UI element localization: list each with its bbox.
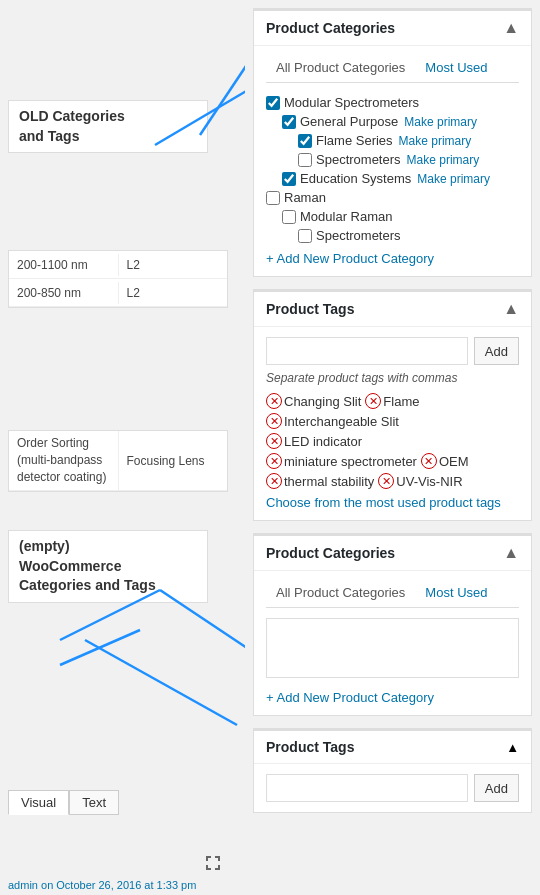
make-primary-education-systems[interactable]: Make primary <box>417 172 490 186</box>
table-cell: Order Sorting(multi-bandpassdetector coa… <box>9 431 119 489</box>
checkbox-raman[interactable] <box>266 191 280 205</box>
tags-add-button-1[interactable]: Add <box>474 337 519 365</box>
product-categories-widget-2: Product Categories ▲ All Product Categor… <box>253 533 532 716</box>
tag-remove-oem[interactable]: ✕ <box>421 453 437 469</box>
add-new-category-link-2[interactable]: + Add New Product Category <box>266 690 434 705</box>
category-tabs-2: All Product Categories Most Used <box>266 581 519 608</box>
make-primary-spectrometers-1[interactable]: Make primary <box>407 153 480 167</box>
tag-remove-uv-vis-nir[interactable]: ✕ <box>378 473 394 489</box>
checkbox-spectrometers-2[interactable] <box>298 229 312 243</box>
widget-body-tags-2: Add <box>254 764 531 812</box>
tag-remove-interchangeable-slit[interactable]: ✕ <box>266 413 282 429</box>
checkbox-general-purpose[interactable] <box>282 115 296 129</box>
table-cell: 200-850 nm <box>9 282 119 304</box>
tag-item: ✕ Interchangeable Slit <box>266 413 519 429</box>
checkbox-education-systems[interactable] <box>282 172 296 186</box>
tag-remove-led-indicator[interactable]: ✕ <box>266 433 282 449</box>
category-item-spectrometers-1: Spectrometers Make primary <box>266 150 519 169</box>
widget-title-categories-2: Product Categories <box>266 545 395 561</box>
tags-add-button-2[interactable]: Add <box>474 774 519 802</box>
right-panel: Product Categories ▲ All Product Categor… <box>245 0 540 895</box>
category-item-spectrometers-2: Spectrometers <box>266 226 519 245</box>
empty-woocommerce-label: (empty) WooCommerce Categories and Tags <box>8 530 208 603</box>
tag-remove-thermal-stability[interactable]: ✕ <box>266 473 282 489</box>
tags-input-field-2[interactable] <box>266 774 468 802</box>
table-cell: 200-1100 nm <box>9 254 119 276</box>
make-primary-general-purpose[interactable]: Make primary <box>404 115 477 129</box>
table-cell: Focusing Lens <box>119 450 228 472</box>
widget-header-categories-2[interactable]: Product Categories ▲ <box>254 536 531 571</box>
toggle-icon-categories-2[interactable]: ▲ <box>503 544 519 562</box>
widget-title-categories-1: Product Categories <box>266 20 395 36</box>
left-panel: OLD Categories and Tags 200-1100 nm L2 2… <box>0 0 240 895</box>
category-tabs-1: All Product Categories Most Used <box>266 56 519 83</box>
empty-category-box <box>266 618 519 678</box>
category-item-modular-raman: Modular Raman <box>266 207 519 226</box>
make-primary-flame-series[interactable]: Make primary <box>399 134 472 148</box>
add-new-category-link-1[interactable]: + Add New Product Category <box>266 251 434 266</box>
tags-input-field-1[interactable] <box>266 337 468 365</box>
product-tags-widget-2: Product Tags ▲ Add <box>253 728 532 813</box>
category-item-education-systems: Education Systems Make primary <box>266 169 519 188</box>
category-item-modular-spectrometers: Modular Spectrometers <box>266 93 519 112</box>
visual-tab[interactable]: Visual <box>8 790 69 815</box>
widget-body-categories-2: All Product Categories Most Used + Add N… <box>254 571 531 715</box>
table-row: Order Sorting(multi-bandpassdetector coa… <box>9 431 227 491</box>
tag-item: ✕ thermal stability <box>266 473 374 489</box>
toggle-icon-categories-1[interactable]: ▲ <box>503 19 519 37</box>
category-item-general-purpose: General Purpose Make primary <box>266 112 519 131</box>
tag-item: ✕ UV-Vis-NIR <box>378 473 462 489</box>
toggle-icon-tags-2[interactable]: ▲ <box>506 740 519 755</box>
text-tab[interactable]: Text <box>69 790 119 815</box>
widget-title-tags-1: Product Tags <box>266 301 354 317</box>
choose-tags-link-1[interactable]: Choose from the most used product tags <box>266 495 519 510</box>
tag-remove-flame[interactable]: ✕ <box>365 393 381 409</box>
tag-item: ✕ OEM <box>421 453 469 469</box>
tag-label: Changing Slit <box>284 394 361 409</box>
tags-hint-1: Separate product tags with commas <box>266 371 519 385</box>
tag-item: ✕ Flame <box>365 393 419 409</box>
widget-header-categories-1[interactable]: Product Categories ▲ <box>254 11 531 46</box>
checkbox-spectrometers-1[interactable] <box>298 153 312 167</box>
tag-item: ✕ LED indicator <box>266 433 519 449</box>
tag-remove-miniature-spectrometer[interactable]: ✕ <box>266 453 282 469</box>
tag-remove-changing-slit[interactable]: ✕ <box>266 393 282 409</box>
category-tree-1: Modular Spectrometers General Purpose Ma… <box>266 93 519 245</box>
category-item-raman: Raman <box>266 188 519 207</box>
table-cell: L2 <box>119 254 228 276</box>
product-tags-widget-1: Product Tags ▲ Add Separate product tags… <box>253 289 532 521</box>
tags-input-row-1: Add <box>266 337 519 365</box>
checkbox-modular-spectrometers[interactable] <box>266 96 280 110</box>
widget-header-tags-2[interactable]: Product Tags ▲ <box>254 731 531 764</box>
widget-body-categories-1: All Product Categories Most Used Modular… <box>254 46 531 276</box>
tag-label: miniature spectrometer <box>284 454 417 469</box>
old-categories-label: OLD Categories and Tags <box>8 100 208 153</box>
tab-all-categories-2[interactable]: All Product Categories <box>266 581 415 608</box>
table-row: 200-1100 nm L2 <box>9 251 227 279</box>
fullscreen-icon[interactable] <box>204 854 222 877</box>
widget-body-tags-1: Add Separate product tags with commas ✕ … <box>254 327 531 520</box>
table-cell: L2 <box>119 282 228 304</box>
toggle-icon-tags-1[interactable]: ▲ <box>503 300 519 318</box>
admin-bar: admin on October 26, 2016 at 1:33 pm <box>0 875 240 895</box>
category-item-flame-series: Flame Series Make primary <box>266 131 519 150</box>
tag-label: OEM <box>439 454 469 469</box>
checkbox-modular-raman[interactable] <box>282 210 296 224</box>
widget-title-tags-2: Product Tags <box>266 739 354 755</box>
tag-item: ✕ miniature spectrometer <box>266 453 417 469</box>
tags-list-1: ✕ Changing Slit ✕ Flame ✕ Interchangeabl… <box>266 393 519 489</box>
table-row: 200-850 nm L2 <box>9 279 227 307</box>
table-bottom: Order Sorting(multi-bandpassdetector coa… <box>8 430 228 492</box>
table-top: 200-1100 nm L2 200-850 nm L2 <box>8 250 228 308</box>
tag-label: thermal stability <box>284 474 374 489</box>
tag-item: ✕ Changing Slit <box>266 393 361 409</box>
tag-label: LED indicator <box>284 434 362 449</box>
widget-header-tags-1[interactable]: Product Tags ▲ <box>254 292 531 327</box>
tag-label: UV-Vis-NIR <box>396 474 462 489</box>
tag-label: Interchangeable Slit <box>284 414 399 429</box>
tab-most-used-categories-2[interactable]: Most Used <box>415 581 497 608</box>
checkbox-flame-series[interactable] <box>298 134 312 148</box>
tab-most-used-categories-1[interactable]: Most Used <box>415 56 497 83</box>
product-categories-widget-1: Product Categories ▲ All Product Categor… <box>253 8 532 277</box>
tab-all-categories-1[interactable]: All Product Categories <box>266 56 415 83</box>
